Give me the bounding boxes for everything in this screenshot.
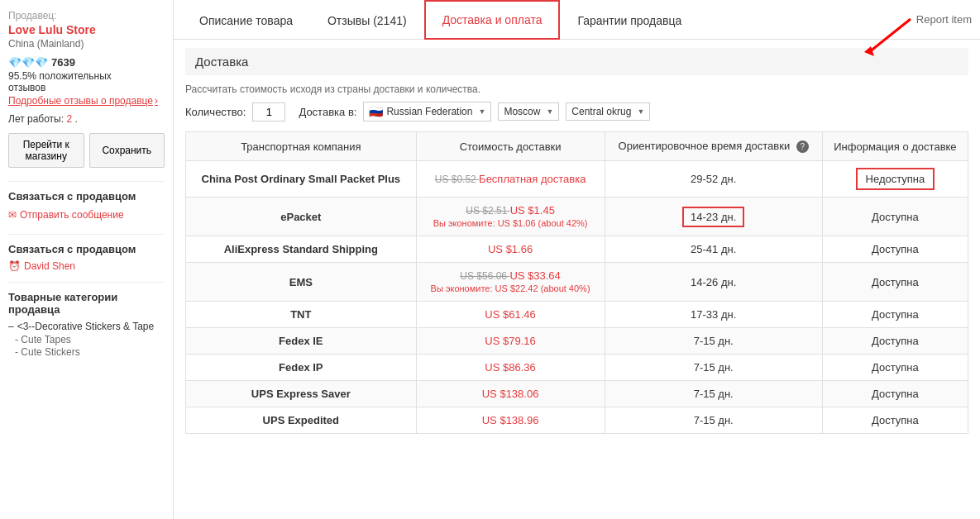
price-new: US $86.36 (485, 361, 535, 374)
company-name-cell: UPS Express Saver (186, 381, 417, 407)
company-name: EMS (289, 276, 313, 288)
table-row: TNTUS $61.4617-33 дн.Доступна (186, 302, 968, 328)
seller-country: China (Mainland) (8, 38, 165, 50)
goto-store-button[interactable]: Перейти к магазину (8, 133, 84, 168)
company-name: AliExpress Standard Shipping (224, 243, 378, 255)
company-name-cell: Fedex IE (186, 328, 417, 355)
sidebar-action-buttons: Перейти к магазину Сохранить (8, 133, 165, 168)
country-value: Russian Federation (386, 106, 472, 117)
calc-description: Рассчитать стоимость исходя из страны до… (185, 83, 968, 95)
status-badge-unavailable: Недоступна (856, 168, 935, 190)
status-badge-available: Доступна (872, 414, 919, 426)
company-name-cell: EMS (186, 263, 417, 302)
company-name: China Post Ordinary Small Packet Plus (202, 173, 401, 185)
arrow-annotation (853, 15, 919, 59)
company-name: UPS Expedited (263, 414, 339, 426)
status-badge-available: Доступна (872, 335, 919, 347)
save-store-button[interactable]: Сохранить (89, 133, 165, 168)
chevron-down-region-icon: ▼ (637, 107, 644, 116)
contact-section-title: Связаться с продавцом (8, 181, 165, 202)
send-message-link[interactable]: ✉ Отправить сообщение (8, 209, 165, 221)
price-new: US $138.06 (482, 388, 539, 400)
chevron-right-icon: › (155, 95, 158, 107)
price-save: Вы экономите: US $22.42 (about 40%) (431, 283, 590, 293)
time-cell: 7-15 дн. (605, 328, 822, 355)
tab-guarantees[interactable]: Гарантии продавца (560, 2, 699, 39)
main-content: Описание товара Отзывы (2141) Доставка и… (174, 0, 980, 519)
company-name-cell: ePacket (186, 198, 417, 236)
agent-link[interactable]: ⏰ David Shen (8, 260, 165, 272)
status-cell: Доступна (822, 355, 968, 381)
price-new: US $1.66 (488, 243, 533, 255)
status-cell: Доступна (822, 263, 968, 302)
status-badge-available: Доступна (872, 276, 919, 288)
contact-section-title-2: Связаться с продавцом (8, 234, 165, 255)
chevron-down-city-icon: ▼ (546, 107, 553, 116)
tab-reviews[interactable]: Отзывы (2141) (310, 2, 424, 39)
price-cell: US $79.16 (416, 328, 605, 355)
company-name: TNT (290, 308, 311, 321)
table-row: China Post Ordinary Small Packet PlusUS … (186, 161, 968, 198)
dest-label: Доставка в: (299, 106, 356, 118)
rating-row: 💎💎💎 7639 (8, 56, 165, 69)
company-name: ePacket (280, 211, 321, 223)
price-new: US $61.46 (485, 308, 535, 321)
delivery-content: Доставка Рассчитать стоимость исходя из … (174, 40, 980, 442)
table-row: Fedex IEUS $79.167-15 дн.Доступна (186, 328, 968, 355)
status-cell: Доступна (822, 236, 968, 263)
envelope-icon: ✉ (8, 209, 17, 221)
city-value: Moscow (504, 106, 540, 117)
price-cell: US $0.52 Бесплатная доставка (416, 161, 605, 198)
category-sub-1[interactable]: - Cute Tapes (15, 334, 165, 345)
time-cell: 7-15 дн. (605, 381, 822, 407)
time-cell: 7-15 дн. (605, 407, 822, 434)
company-name: Fedex IP (279, 361, 323, 374)
diamond-icons: 💎💎💎 (8, 56, 48, 69)
quantity-input[interactable] (252, 102, 285, 121)
city-dropdown[interactable]: Moscow ▼ (498, 102, 559, 121)
price-cell: US $138.06 (416, 381, 605, 407)
categories-title: Товарные категории продавца (8, 282, 165, 316)
price-cell: US $1.66 (416, 236, 605, 263)
status-cell: Доступна (822, 381, 968, 407)
tab-description[interactable]: Описание товара (182, 2, 310, 39)
status-cell: Доступна (822, 407, 968, 434)
category-item[interactable]: – <3--Decorative Stickers & Tape (8, 321, 165, 332)
reviews-link[interactable]: Подробные отзывы о продавце › (8, 95, 165, 107)
price-original: US $0.52 (435, 174, 479, 185)
store-name[interactable]: Love Lulu Store (8, 23, 165, 36)
help-icon[interactable]: ? (796, 140, 809, 153)
report-item-link[interactable]: Report item (916, 2, 972, 37)
status-badge-available: Доступна (872, 243, 919, 255)
tab-delivery[interactable]: Доставка и оплата (424, 0, 561, 40)
price-original: US $56.06 (460, 270, 509, 282)
country-dropdown[interactable]: 🇷🇺 Russian Federation ▼ (363, 102, 491, 121)
col-header-company: Транспортная компания (186, 132, 417, 161)
price-new: US $79.16 (485, 335, 535, 347)
price-new: US $138.96 (482, 414, 539, 426)
time-cell: 14-26 дн. (605, 263, 822, 302)
delivery-section-header: Доставка (185, 48, 968, 75)
price-new: US $33.64 (509, 269, 560, 282)
table-row: UPS ExpeditedUS $138.967-15 дн.Доступна (186, 407, 968, 434)
status-cell: Доступна (822, 328, 968, 355)
region-dropdown[interactable]: Central okrug ▼ (566, 102, 650, 121)
company-name-cell: UPS Expedited (186, 407, 417, 434)
russia-flag-icon: 🇷🇺 (369, 105, 383, 118)
company-name-cell: Fedex IP (186, 355, 417, 381)
time-highlighted: 14-23 дн. (682, 207, 744, 227)
price-cell: US $56.06 US $33.64Вы экономите: US $22.… (416, 263, 605, 302)
sidebar: Продавец: Love Lulu Store China (Mainlan… (0, 0, 174, 519)
region-value: Central okrug (571, 106, 631, 117)
category-sub-2[interactable]: - Cute Stickers (15, 346, 165, 358)
company-name-cell: TNT (186, 302, 417, 328)
table-row: AliExpress Standard ShippingUS $1.6625-4… (186, 236, 968, 263)
time-cell: 17-33 дн. (605, 302, 822, 328)
price-cell: US $2.51 US $1.45Вы экономите: US $1.06 … (416, 198, 605, 236)
price-new: US $1.45 (510, 204, 555, 217)
status-badge-available: Доступна (872, 361, 919, 374)
status-cell: Доступна (822, 302, 968, 328)
company-name-cell: China Post Ordinary Small Packet Plus (186, 161, 417, 198)
company-name-cell: AliExpress Standard Shipping (186, 236, 417, 263)
table-row: EMSUS $56.06 US $33.64Вы экономите: US $… (186, 263, 968, 302)
